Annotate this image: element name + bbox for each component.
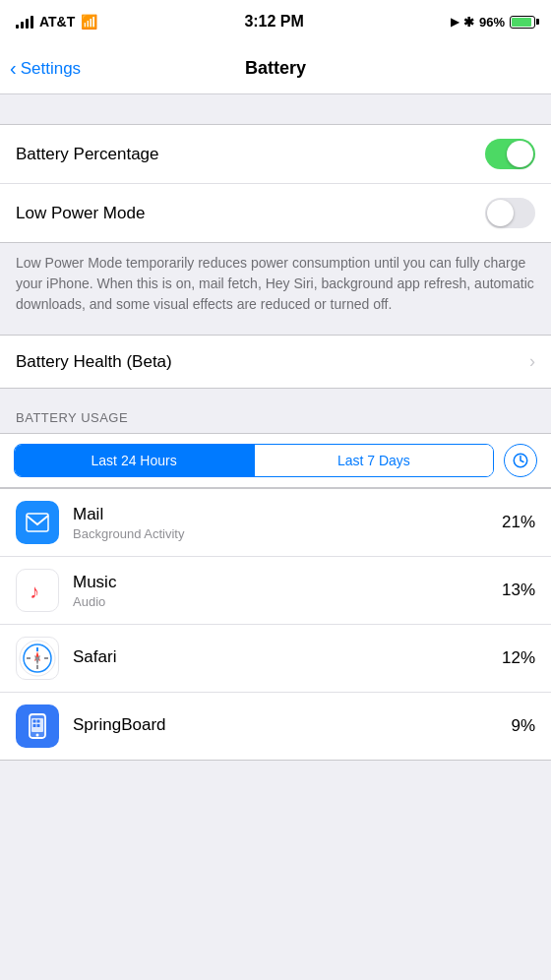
svg-text:♪: ♪ xyxy=(30,581,39,602)
safari-app-icon xyxy=(16,637,59,680)
back-button[interactable]: ‹ Settings xyxy=(10,59,81,79)
app-row-mail[interactable]: Mail Background Activity 21% xyxy=(0,489,551,556)
battery-settings-group: Battery Percentage Low Power Mode xyxy=(0,124,551,243)
svg-rect-18 xyxy=(37,724,40,727)
segmented-control: Last 24 Hours Last 7 Days xyxy=(14,444,494,477)
springboard-app-info: SpringBoard xyxy=(73,715,511,737)
status-time: 3:12 PM xyxy=(244,13,303,31)
last-24-hours-button[interactable]: Last 24 Hours xyxy=(15,445,253,476)
low-power-description: Low Power Mode temporarily reduces power… xyxy=(0,243,551,335)
svg-rect-15 xyxy=(33,720,36,723)
toggle-knob-2 xyxy=(487,200,514,226)
last-7-days-button[interactable]: Last 7 Days xyxy=(255,445,493,476)
battery-percentage-label: Battery Percentage xyxy=(16,145,159,164)
low-power-mode-label: Low Power Mode xyxy=(16,204,145,223)
safari-app-info: Safari xyxy=(73,647,502,669)
carrier-label: AT&T xyxy=(39,14,75,30)
mail-app-icon xyxy=(16,501,59,544)
battery-percentage-toggle[interactable] xyxy=(485,139,535,169)
battery-percent-label: 96% xyxy=(479,15,505,30)
safari-app-percent: 12% xyxy=(502,648,535,668)
safari-icon xyxy=(19,640,56,677)
springboard-app-name: SpringBoard xyxy=(73,715,511,735)
mail-app-info: Mail Background Activity xyxy=(73,505,502,541)
bluetooth-icon: ✱ xyxy=(463,15,474,30)
battery-health-row[interactable]: Battery Health (Beta) › xyxy=(0,335,551,389)
springboard-icon xyxy=(24,712,51,740)
status-bar: AT&T 📶 3:12 PM ▶ ✱ 96% xyxy=(0,0,551,43)
music-app-percent: 13% xyxy=(502,581,535,600)
status-right: ▶ ✱ 96% xyxy=(451,15,535,30)
back-label: Settings xyxy=(21,59,81,79)
mail-app-subtitle: Background Activity xyxy=(73,526,502,541)
music-app-subtitle: Audio xyxy=(73,594,502,609)
battery-percentage-row: Battery Percentage xyxy=(0,125,551,183)
battery-icon xyxy=(510,16,535,29)
clock-icon xyxy=(512,452,529,469)
low-power-mode-row: Low Power Mode xyxy=(0,183,551,242)
mail-icon xyxy=(26,513,49,532)
mail-app-name: Mail xyxy=(73,505,502,524)
svg-rect-16 xyxy=(37,720,40,723)
music-app-info: Music Audio xyxy=(73,573,502,609)
app-list: Mail Background Activity 21% ♪ Music Aud… xyxy=(0,488,551,761)
mail-app-percent: 21% xyxy=(502,513,535,532)
battery-health-chevron-icon: › xyxy=(529,351,535,372)
music-app-name: Music xyxy=(73,573,502,592)
battery-usage-header: BATTERY USAGE xyxy=(0,389,551,433)
location-icon: ▶ xyxy=(451,16,459,29)
signal-bars xyxy=(16,15,33,29)
app-row-safari[interactable]: Safari 12% xyxy=(0,624,551,692)
low-power-mode-toggle[interactable] xyxy=(485,198,535,228)
clock-button[interactable] xyxy=(504,444,537,477)
svg-point-14 xyxy=(36,734,39,737)
svg-rect-1 xyxy=(27,514,48,531)
safari-app-name: Safari xyxy=(73,647,502,667)
battery-fill xyxy=(512,18,531,27)
back-chevron-icon: ‹ xyxy=(10,58,17,78)
battery-health-label: Battery Health (Beta) xyxy=(16,352,172,372)
music-icon: ♪ xyxy=(26,579,49,602)
wifi-icon: 📶 xyxy=(81,14,97,30)
page-title: Battery xyxy=(245,58,306,79)
nav-bar: ‹ Settings Battery xyxy=(0,43,551,94)
app-row-springboard[interactable]: SpringBoard 9% xyxy=(0,692,551,760)
springboard-app-percent: 9% xyxy=(511,716,535,736)
status-left: AT&T 📶 xyxy=(16,14,97,30)
music-app-icon: ♪ xyxy=(16,569,59,612)
app-row-music[interactable]: ♪ Music Audio 13% xyxy=(0,556,551,624)
toggle-knob xyxy=(507,141,533,167)
svg-rect-17 xyxy=(33,724,36,727)
segmented-control-wrap: Last 24 Hours Last 7 Days xyxy=(0,433,551,488)
springboard-app-icon xyxy=(16,704,59,748)
top-spacer xyxy=(0,94,551,124)
